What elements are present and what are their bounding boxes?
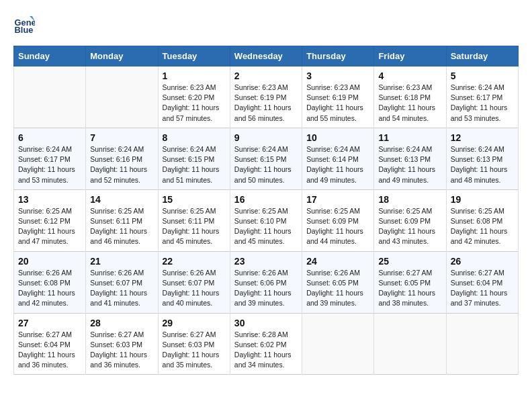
day-info: Sunrise: 6:25 AM Sunset: 6:11 PM Dayligh…	[163, 206, 226, 247]
day-number: 25	[378, 256, 441, 267]
day-info: Sunrise: 6:26 AM Sunset: 6:07 PM Dayligh…	[163, 268, 226, 309]
calendar-cell: 26Sunrise: 6:27 AM Sunset: 6:04 PM Dayli…	[446, 251, 518, 313]
day-info: Sunrise: 6:25 AM Sunset: 6:10 PM Dayligh…	[234, 206, 298, 247]
calendar-body: 1Sunrise: 6:23 AM Sunset: 6:20 PM Daylig…	[14, 66, 519, 375]
day-number: 9	[234, 132, 298, 143]
calendar-cell: 17Sunrise: 6:25 AM Sunset: 6:09 PM Dayli…	[302, 189, 374, 251]
calendar-cell: 20Sunrise: 6:26 AM Sunset: 6:08 PM Dayli…	[14, 251, 86, 313]
weekday-header: Wednesday	[230, 46, 302, 66]
day-number: 28	[90, 318, 153, 328]
day-number: 21	[90, 256, 153, 267]
calendar-cell: 7Sunrise: 6:24 AM Sunset: 6:16 PM Daylig…	[86, 128, 158, 189]
calendar-cell: 19Sunrise: 6:25 AM Sunset: 6:08 PM Dayli…	[446, 189, 518, 251]
day-number: 11	[378, 132, 441, 143]
day-info: Sunrise: 6:28 AM Sunset: 6:02 PM Dayligh…	[234, 330, 298, 371]
day-number: 23	[234, 256, 298, 267]
weekday-header: Saturday	[446, 46, 518, 66]
calendar-cell: 3Sunrise: 6:23 AM Sunset: 6:19 PM Daylig…	[302, 66, 374, 128]
calendar-cell: 25Sunrise: 6:27 AM Sunset: 6:05 PM Dayli…	[374, 251, 446, 313]
calendar-cell	[14, 66, 86, 128]
day-info: Sunrise: 6:24 AM Sunset: 6:15 PM Dayligh…	[163, 144, 226, 185]
day-number: 6	[18, 132, 81, 143]
weekday-header: Tuesday	[158, 46, 230, 66]
day-number: 19	[451, 194, 514, 205]
day-number: 29	[163, 318, 226, 328]
day-info: Sunrise: 6:23 AM Sunset: 6:18 PM Dayligh…	[378, 83, 441, 124]
day-info: Sunrise: 6:23 AM Sunset: 6:19 PM Dayligh…	[234, 83, 298, 124]
calendar-cell: 14Sunrise: 6:25 AM Sunset: 6:11 PM Dayli…	[86, 189, 158, 251]
day-info: Sunrise: 6:27 AM Sunset: 6:03 PM Dayligh…	[90, 330, 153, 371]
weekday-header: Sunday	[14, 46, 86, 66]
calendar-cell: 5Sunrise: 6:24 AM Sunset: 6:17 PM Daylig…	[446, 66, 518, 128]
day-number: 3	[306, 71, 369, 81]
day-number: 4	[378, 71, 441, 81]
day-info: Sunrise: 6:25 AM Sunset: 6:08 PM Dayligh…	[451, 206, 514, 247]
day-info: Sunrise: 6:24 AM Sunset: 6:13 PM Dayligh…	[451, 144, 514, 185]
calendar-cell: 21Sunrise: 6:26 AM Sunset: 6:07 PM Dayli…	[86, 251, 158, 313]
svg-text:Blue: Blue	[15, 25, 34, 35]
calendar-cell: 18Sunrise: 6:25 AM Sunset: 6:09 PM Dayli…	[374, 189, 446, 251]
day-number: 20	[18, 256, 81, 267]
day-info: Sunrise: 6:25 AM Sunset: 6:12 PM Dayligh…	[18, 206, 81, 247]
day-info: Sunrise: 6:24 AM Sunset: 6:17 PM Dayligh…	[18, 144, 81, 185]
day-info: Sunrise: 6:27 AM Sunset: 6:05 PM Dayligh…	[378, 268, 441, 309]
day-info: Sunrise: 6:26 AM Sunset: 6:08 PM Dayligh…	[18, 268, 81, 309]
calendar-cell	[302, 313, 374, 375]
calendar-cell: 11Sunrise: 6:24 AM Sunset: 6:13 PM Dayli…	[374, 128, 446, 189]
calendar-cell: 23Sunrise: 6:26 AM Sunset: 6:06 PM Dayli…	[230, 251, 302, 313]
weekday-header: Friday	[374, 46, 446, 66]
day-info: Sunrise: 6:26 AM Sunset: 6:06 PM Dayligh…	[234, 268, 298, 309]
calendar-cell	[374, 313, 446, 375]
calendar-cell: 15Sunrise: 6:25 AM Sunset: 6:11 PM Dayli…	[158, 189, 230, 251]
day-number: 16	[234, 194, 298, 205]
calendar-cell: 27Sunrise: 6:27 AM Sunset: 6:04 PM Dayli…	[14, 313, 86, 375]
calendar-cell	[86, 66, 158, 128]
weekday-header: Thursday	[302, 46, 374, 66]
calendar-cell: 8Sunrise: 6:24 AM Sunset: 6:15 PM Daylig…	[158, 128, 230, 189]
calendar-cell: 6Sunrise: 6:24 AM Sunset: 6:17 PM Daylig…	[14, 128, 86, 189]
calendar-cell: 16Sunrise: 6:25 AM Sunset: 6:10 PM Dayli…	[230, 189, 302, 251]
day-number: 30	[234, 318, 298, 328]
day-number: 27	[18, 318, 81, 328]
calendar-cell	[446, 313, 518, 375]
day-number: 22	[163, 256, 226, 267]
day-number: 26	[451, 256, 514, 267]
day-info: Sunrise: 6:24 AM Sunset: 6:16 PM Dayligh…	[90, 144, 153, 185]
calendar-cell: 29Sunrise: 6:27 AM Sunset: 6:03 PM Dayli…	[158, 313, 230, 375]
weekday-header: Monday	[86, 46, 158, 66]
day-info: Sunrise: 6:24 AM Sunset: 6:15 PM Dayligh…	[234, 144, 298, 185]
calendar-header: SundayMondayTuesdayWednesdayThursdayFrid…	[14, 46, 519, 66]
logo: General Blue	[13, 13, 35, 35]
calendar-cell: 9Sunrise: 6:24 AM Sunset: 6:15 PM Daylig…	[230, 128, 302, 189]
calendar-table: SundayMondayTuesdayWednesdayThursdayFrid…	[13, 46, 519, 375]
day-info: Sunrise: 6:24 AM Sunset: 6:14 PM Dayligh…	[306, 144, 369, 185]
day-info: Sunrise: 6:26 AM Sunset: 6:07 PM Dayligh…	[90, 268, 153, 309]
day-info: Sunrise: 6:25 AM Sunset: 6:09 PM Dayligh…	[378, 206, 441, 247]
day-number: 13	[18, 194, 81, 205]
calendar-cell: 12Sunrise: 6:24 AM Sunset: 6:13 PM Dayli…	[446, 128, 518, 189]
logo-icon: General Blue	[13, 13, 35, 35]
day-number: 2	[234, 71, 298, 81]
day-number: 10	[306, 132, 369, 143]
day-number: 18	[378, 194, 441, 205]
day-info: Sunrise: 6:24 AM Sunset: 6:13 PM Dayligh…	[378, 144, 441, 185]
page-header: General Blue	[13, 13, 519, 35]
day-number: 12	[451, 132, 514, 143]
day-number: 14	[90, 194, 153, 205]
day-info: Sunrise: 6:25 AM Sunset: 6:11 PM Dayligh…	[90, 206, 153, 247]
day-info: Sunrise: 6:23 AM Sunset: 6:19 PM Dayligh…	[306, 83, 369, 124]
day-number: 8	[163, 132, 226, 143]
calendar-cell: 24Sunrise: 6:26 AM Sunset: 6:05 PM Dayli…	[302, 251, 374, 313]
calendar-cell: 30Sunrise: 6:28 AM Sunset: 6:02 PM Dayli…	[230, 313, 302, 375]
calendar-cell: 28Sunrise: 6:27 AM Sunset: 6:03 PM Dayli…	[86, 313, 158, 375]
day-info: Sunrise: 6:27 AM Sunset: 6:03 PM Dayligh…	[163, 330, 226, 371]
day-info: Sunrise: 6:24 AM Sunset: 6:17 PM Dayligh…	[451, 83, 514, 124]
day-number: 15	[163, 194, 226, 205]
day-info: Sunrise: 6:27 AM Sunset: 6:04 PM Dayligh…	[451, 268, 514, 309]
day-info: Sunrise: 6:26 AM Sunset: 6:05 PM Dayligh…	[306, 268, 369, 309]
day-number: 7	[90, 132, 153, 143]
day-number: 17	[306, 194, 369, 205]
day-info: Sunrise: 6:23 AM Sunset: 6:20 PM Dayligh…	[163, 83, 226, 124]
calendar-cell: 10Sunrise: 6:24 AM Sunset: 6:14 PM Dayli…	[302, 128, 374, 189]
calendar-cell: 4Sunrise: 6:23 AM Sunset: 6:18 PM Daylig…	[374, 66, 446, 128]
